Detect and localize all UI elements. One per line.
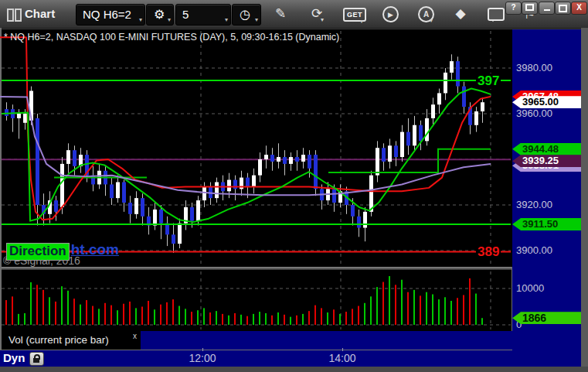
- time-axis[interactable]: Dyn 12:0014:00: [0, 350, 581, 367]
- price-tick-label: 3920.00: [516, 199, 552, 210]
- chevron-down-icon: ▾: [255, 17, 258, 23]
- close-icon[interactable]: x: [133, 332, 137, 340]
- pencil-icon: ✎: [275, 6, 286, 21]
- volume-bar: [345, 312, 347, 325]
- chat-button[interactable]: [488, 8, 505, 21]
- volume-bar: [172, 299, 174, 325]
- volume-bar: [290, 317, 291, 325]
- candle: [308, 155, 311, 169]
- window-bottom-border: [0, 367, 588, 372]
- candle: [258, 159, 262, 176]
- chevron-down-icon[interactable]: ▾: [139, 17, 142, 23]
- volume-bar: [444, 297, 446, 325]
- candle: [413, 125, 416, 146]
- refresh-button[interactable]: ⟳ ▾: [308, 5, 325, 22]
- volume-bar: [104, 303, 106, 325]
- volume-flag: 1866: [512, 312, 581, 324]
- volume-bar: [123, 304, 124, 325]
- volume-bar: [148, 301, 149, 325]
- close-button[interactable]: X: [571, 2, 587, 15]
- candle: [444, 73, 447, 94]
- volume-bar: [135, 308, 137, 325]
- volume-bar: [141, 307, 143, 326]
- time-tick-label: 12:00: [189, 352, 216, 364]
- candle: [382, 148, 386, 162]
- chart-window: Chart NQ H6=2 ▾ ⚙ ▾ 5 ▾ ◷ ▾ ✎ ⟳ ▾ GET ▾: [0, 0, 588, 372]
- lock-button[interactable]: [29, 352, 44, 366]
- candle: [122, 183, 126, 203]
- volume-bar: [389, 276, 390, 325]
- volume-bar: [117, 310, 118, 325]
- volume-bar: [321, 308, 322, 325]
- price-flag: 3939.25: [512, 155, 581, 167]
- chevron-down-icon[interactable]: ▾: [225, 17, 228, 23]
- volume-bar: [370, 296, 372, 325]
- candle: [289, 157, 293, 164]
- volume-bar: [98, 309, 100, 325]
- help-button[interactable]: ?: [505, 2, 522, 15]
- volume-bar: [154, 309, 155, 325]
- tab-volume-label: Vol (current price bar): [8, 334, 109, 346]
- ma-red-line: [0, 37, 491, 220]
- volume-bar: [209, 312, 211, 325]
- volume-bar: [80, 305, 81, 325]
- time-tick-mark: [202, 348, 203, 351]
- volume-bar: [395, 285, 396, 325]
- tab-volume[interactable]: Vol (current price bar) x: [2, 331, 141, 350]
- volume-bar: [55, 302, 56, 325]
- volume-bar: [61, 286, 63, 325]
- volume-bar: [86, 300, 87, 325]
- candle: [419, 125, 423, 142]
- resistance-line-label: 397: [476, 73, 501, 89]
- volume-bar: [407, 292, 409, 325]
- symbol-settings-button[interactable]: ⚙ ▾: [146, 4, 174, 26]
- volume-bar: [253, 314, 254, 325]
- candle: [202, 186, 206, 200]
- candle: [425, 118, 429, 142]
- candle: [277, 157, 280, 162]
- volume-bar: [228, 316, 229, 325]
- send-icon: ◆: [455, 6, 465, 21]
- candle: [196, 200, 200, 221]
- watermark-link[interactable]: ht.com: [71, 241, 119, 258]
- indicator-tab-row: Vol (current price bar) x: [2, 331, 512, 350]
- price-axis[interactable]: [512, 29, 581, 350]
- send-button[interactable]: ◆: [452, 5, 469, 22]
- candle: [128, 203, 132, 214]
- volume-bar: [67, 291, 69, 325]
- volume-bar: [203, 308, 205, 325]
- candle: [73, 150, 76, 166]
- window-right-border: [581, 28, 588, 372]
- volume-bar: [18, 314, 19, 325]
- minimize-button[interactable]: [539, 2, 555, 15]
- maximize-button[interactable]: [555, 2, 571, 15]
- volume-bar: [246, 316, 248, 325]
- volume-bar: [339, 314, 341, 325]
- candle: [54, 200, 58, 212]
- candle: [264, 155, 268, 159]
- candle: [66, 150, 70, 164]
- volume-bar: [30, 282, 32, 325]
- time-template-button[interactable]: ◷ ▾: [232, 4, 261, 26]
- volume-bar: [185, 309, 186, 325]
- window-title: Chart: [25, 7, 55, 20]
- get-data-button[interactable]: GET ▾: [343, 8, 366, 22]
- minimize-icon: [544, 9, 550, 11]
- auto-trade-button[interactable]: A ▾: [418, 6, 434, 22]
- candle: [153, 210, 157, 226]
- volume-bar: [49, 297, 50, 325]
- symbol-input[interactable]: NQ H6=2 ▾: [76, 4, 145, 26]
- candle: [474, 111, 478, 125]
- candle: [394, 145, 398, 157]
- auto-icon: A: [423, 10, 429, 19]
- candle: [351, 205, 355, 217]
- popout-button[interactable]: [522, 2, 538, 15]
- price-volume-chart[interactable]: [0, 29, 512, 331]
- draw-tool-button[interactable]: ✎: [272, 5, 289, 22]
- candle: [116, 183, 120, 199]
- watermark-highlight: Direction: [6, 243, 70, 261]
- play-button[interactable]: ▶: [382, 6, 399, 22]
- volume-bar: [413, 290, 415, 325]
- candle: [388, 145, 392, 162]
- interval-input[interactable]: 5 ▾: [175, 4, 231, 26]
